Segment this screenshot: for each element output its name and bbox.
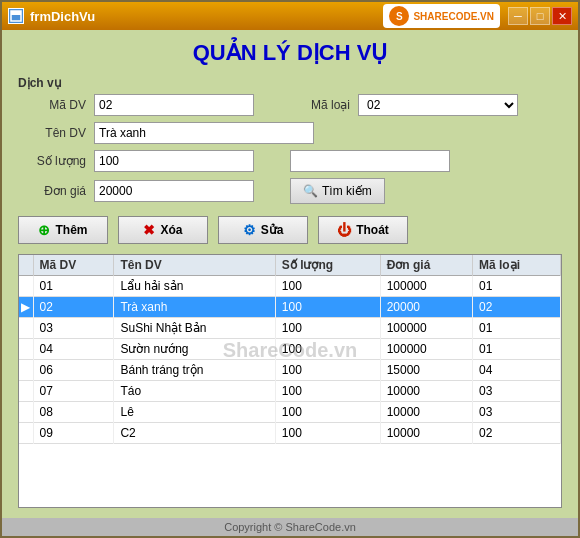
row-arrow	[19, 360, 33, 381]
cell-don_gia: 15000	[380, 360, 472, 381]
table-row[interactable]: 04Sườn nướng10010000001	[19, 339, 561, 360]
form-row-dongia: Đơn giá 🔍 Tìm kiếm	[18, 178, 562, 204]
ma-dv-input[interactable]	[94, 94, 254, 116]
search-button[interactable]: 🔍 Tìm kiếm	[290, 178, 385, 204]
cell-ten_dv: Lẩu hải sản	[114, 276, 275, 297]
row-arrow: ▶	[19, 297, 33, 318]
cell-don_gia: 10000	[380, 402, 472, 423]
cell-ten_dv: Sườn nướng	[114, 339, 275, 360]
window-icon	[8, 8, 24, 24]
table-wrapper[interactable]: ShareCode.vn Mã DV Tên DV Số lượng Đơn g…	[19, 255, 561, 507]
table-row[interactable]: 09C21001000002	[19, 423, 561, 444]
title-bar: frmDichVu S SHARECODE.VN ─ □ ✕	[2, 2, 578, 30]
table-row[interactable]: 08Lê1001000003	[19, 402, 561, 423]
table-row[interactable]: ▶02Trà xanh1002000002	[19, 297, 561, 318]
thoat-button[interactable]: ⏻ Thoát	[318, 216, 408, 244]
cell-don_gia: 10000	[380, 381, 472, 402]
action-buttons: ⊕ Thêm ✖ Xóa ⚙ Sửa ⏻ Thoát	[18, 216, 562, 244]
cell-don_gia: 100000	[380, 339, 472, 360]
cell-ten_dv: C2	[114, 423, 275, 444]
col-maloai-header: Mã loại	[472, 255, 560, 276]
copyright-bar: Copyright © ShareCode.vn	[2, 518, 578, 536]
cell-so_luong: 100	[275, 339, 380, 360]
cell-ma_dv: 01	[33, 276, 114, 297]
cell-ma_loai: 03	[472, 402, 560, 423]
row-arrow	[19, 318, 33, 339]
col-dongia-header: Đơn giá	[380, 255, 472, 276]
col-tendv-header: Tên DV	[114, 255, 275, 276]
extra-input[interactable]	[290, 150, 450, 172]
data-table: Mã DV Tên DV Số lượng Đơn giá Mã loại 01…	[19, 255, 561, 444]
xoa-label: Xóa	[160, 223, 182, 237]
ma-dv-label: Mã DV	[18, 98, 86, 112]
sua-label: Sửa	[261, 223, 284, 237]
cell-ma_dv: 08	[33, 402, 114, 423]
ten-dv-label: Tên DV	[18, 126, 86, 140]
cell-so_luong: 100	[275, 402, 380, 423]
title-bar-buttons: ─ □ ✕	[508, 7, 572, 25]
form-row-soluong: Số lượng	[18, 150, 562, 172]
row-arrow	[19, 381, 33, 402]
cell-ten_dv: Táo	[114, 381, 275, 402]
thoat-label: Thoát	[356, 223, 389, 237]
cell-ten_dv: Lê	[114, 402, 275, 423]
cell-don_gia: 100000	[380, 276, 472, 297]
cell-so_luong: 100	[275, 276, 380, 297]
xoa-button[interactable]: ✖ Xóa	[118, 216, 208, 244]
ma-loai-select[interactable]: 02 01 03 04	[358, 94, 518, 116]
cell-don_gia: 10000	[380, 423, 472, 444]
so-luong-input[interactable]	[94, 150, 254, 172]
table-row[interactable]: 03SuShi Nhật Bản10010000001	[19, 318, 561, 339]
cell-ma_loai: 02	[472, 297, 560, 318]
rows-area: ShareCode.vn Mã DV Tên DV Số lượng Đơn g…	[19, 255, 561, 444]
dich-vu-label: Dịch vụ	[18, 76, 562, 90]
don-gia-input[interactable]	[94, 180, 254, 202]
close-button[interactable]: ✕	[552, 7, 572, 25]
don-gia-label: Đơn giá	[18, 184, 86, 198]
title-bar-left: frmDichVu	[8, 8, 95, 24]
row-arrow	[19, 423, 33, 444]
logo-text: SHARECODE.VN	[413, 11, 494, 22]
table-header-row: Mã DV Tên DV Số lượng Đơn giá Mã loại	[19, 255, 561, 276]
window-title: frmDichVu	[30, 9, 95, 24]
cell-so_luong: 100	[275, 360, 380, 381]
main-window: frmDichVu S SHARECODE.VN ─ □ ✕ QUẢN LÝ D…	[0, 0, 580, 538]
ten-dv-input[interactable]	[94, 122, 314, 144]
cell-ma_dv: 09	[33, 423, 114, 444]
row-arrow	[19, 276, 33, 297]
them-button[interactable]: ⊕ Thêm	[18, 216, 108, 244]
cell-so_luong: 100	[275, 381, 380, 402]
search-icon: 🔍	[303, 184, 318, 198]
table-row[interactable]: 01Lẩu hải sản10010000001	[19, 276, 561, 297]
table-row[interactable]: 07Táo1001000003	[19, 381, 561, 402]
cell-ma_dv: 07	[33, 381, 114, 402]
logo-circle: S	[389, 6, 409, 26]
them-icon: ⊕	[38, 222, 50, 238]
cell-don_gia: 100000	[380, 318, 472, 339]
cell-ma_loai: 01	[472, 318, 560, 339]
minimize-button[interactable]: ─	[508, 7, 528, 25]
cell-ten_dv: SuShi Nhật Bản	[114, 318, 275, 339]
cell-so_luong: 100	[275, 423, 380, 444]
cell-ten_dv: Bánh tráng trộn	[114, 360, 275, 381]
row-arrow	[19, 402, 33, 423]
sua-button[interactable]: ⚙ Sửa	[218, 216, 308, 244]
page-title: QUẢN LÝ DỊCH VỤ	[18, 40, 562, 66]
maximize-button[interactable]: □	[530, 7, 550, 25]
form-row-madv: Mã DV Mã loại 02 01 03 04	[18, 94, 562, 116]
table-row[interactable]: 06Bánh tráng trộn1001500004	[19, 360, 561, 381]
cell-don_gia: 20000	[380, 297, 472, 318]
so-luong-label: Số lượng	[18, 154, 86, 168]
cell-so_luong: 100	[275, 297, 380, 318]
cell-ma_dv: 02	[33, 297, 114, 318]
cell-ten_dv: Trà xanh	[114, 297, 275, 318]
cell-so_luong: 100	[275, 318, 380, 339]
search-button-label: Tìm kiếm	[322, 184, 372, 198]
cell-ma_dv: 04	[33, 339, 114, 360]
cell-ma_loai: 04	[472, 360, 560, 381]
form-row-tendv: Tên DV	[18, 122, 562, 144]
cell-ma_dv: 06	[33, 360, 114, 381]
sharecode-logo: S SHARECODE.VN	[383, 4, 500, 28]
cell-ma_loai: 01	[472, 339, 560, 360]
data-table-container: ShareCode.vn Mã DV Tên DV Số lượng Đơn g…	[18, 254, 562, 508]
